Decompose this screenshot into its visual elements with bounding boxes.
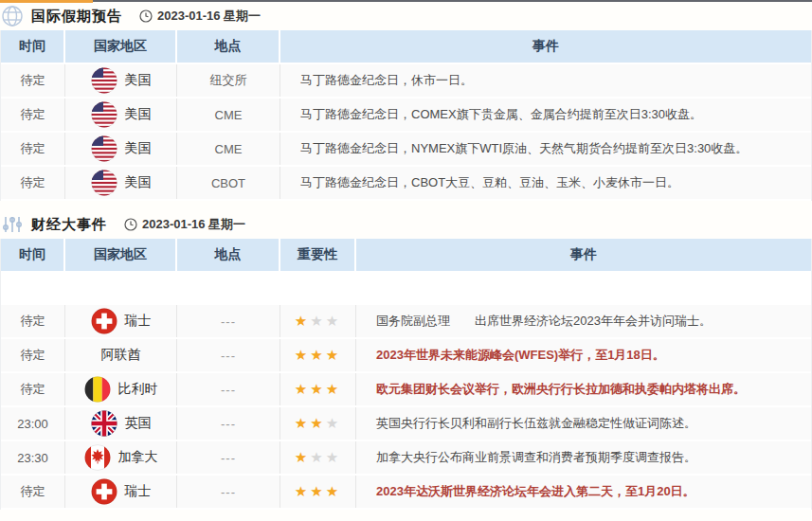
- column-header: 时间: [1, 30, 65, 63]
- location-cell: ---: [177, 305, 280, 337]
- location-cell: ---: [177, 441, 280, 474]
- placeholder-cell: [1, 273, 811, 303]
- section-title: 财经大事件: [31, 216, 107, 234]
- column-header: 国家地区: [65, 239, 177, 271]
- country-cell: 美国: [65, 64, 177, 97]
- country-cell: 美国: [65, 133, 177, 165]
- column-header: 地点: [177, 30, 280, 63]
- location-cell: CME: [177, 99, 280, 131]
- star-empty-icon: ★: [310, 313, 325, 329]
- event-row[interactable]: 23:00 英国---★★★英国央行行长贝利和副行长伍兹就金融稳定性做证词陈述。: [1, 407, 811, 441]
- event-cell: 国务院副总理 出席世界经济论坛2023年年会并访问瑞士。: [356, 305, 811, 337]
- country-name: 阿联酋: [101, 347, 141, 364]
- time-cell: 23:30: [1, 441, 65, 474]
- importance-stars: ★★★: [295, 382, 341, 398]
- country-cell: 美国: [65, 167, 177, 199]
- holiday-section-header: 国际假期预告 2023-01-16 星期一: [0, 2, 812, 30]
- holiday-row[interactable]: 待定美国CME马丁路德金纪念日，COMEX旗下贵金属、金属合约提前至次日3:30…: [1, 99, 811, 133]
- event-cell: 欧元集团财长会议举行，欧洲央行行长拉加德和执委帕内塔将出席。: [356, 373, 811, 405]
- star-filled-icon: ★: [326, 483, 341, 499]
- location-cell: ---: [177, 339, 280, 371]
- flag-be-icon: [84, 376, 111, 403]
- table-header-row: 时间国家地区地点重要性事件: [1, 239, 811, 273]
- country-name: 瑞士: [125, 483, 152, 500]
- importance-stars: ★★★: [295, 450, 341, 466]
- time-cell: 待定: [1, 476, 65, 508]
- location-cell: ---: [177, 373, 280, 405]
- star-filled-icon: ★: [295, 483, 310, 499]
- holiday-table: 时间国家地区地点事件待定美国纽交所马丁路德金纪念日，休市一日。待定美国CME马丁…: [0, 30, 812, 201]
- event-row[interactable]: 待定瑞士---★★★2023年达沃斯世界经济论坛年会进入第二天，至1月20日。: [1, 476, 811, 510]
- holiday-row[interactable]: 待定美国CBOT马丁路德金纪念日，CBOT大豆、豆粕、豆油、玉米、小麦休市一日。: [1, 167, 811, 201]
- event-row[interactable]: 待定阿联酋---★★★2023年世界未来能源峰会(WFES)举行，至1月18日。: [1, 339, 811, 373]
- country-cell: 阿联酋: [65, 339, 177, 371]
- column-header: 时间: [1, 239, 65, 271]
- star-filled-icon: ★: [326, 381, 341, 397]
- country-name: 美国: [125, 72, 152, 89]
- flag-us-icon: [91, 170, 117, 196]
- star-filled-icon: ★: [326, 347, 341, 363]
- section-date: 2023-01-16 星期一: [139, 8, 261, 25]
- clock-icon: [124, 218, 137, 231]
- star-filled-icon: ★: [295, 313, 310, 329]
- star-filled-icon: ★: [295, 449, 310, 465]
- country-name: 瑞士: [125, 313, 152, 330]
- country-cell: 瑞士: [65, 476, 177, 508]
- star-filled-icon: ★: [310, 347, 325, 363]
- country-name: 比利时: [118, 381, 158, 398]
- events-section-header: 财经大事件 2023-01-16 星期一: [0, 210, 812, 239]
- country-cell: 美国: [65, 99, 177, 131]
- globe-icon: [1, 5, 24, 27]
- time-cell: 23:00: [1, 407, 65, 440]
- event-row[interactable]: 待定瑞士---★★★国务院副总理 出席世界经济论坛2023年年会并访问瑞士。: [1, 305, 811, 339]
- star-empty-icon: ★: [326, 313, 341, 329]
- flag-ch-icon: [91, 478, 117, 505]
- time-cell: 待定: [1, 99, 65, 131]
- event-cell: 马丁路德金纪念日，COMEX旗下贵金属、金属合约提前至次日3:30收盘。: [280, 99, 811, 131]
- star-filled-icon: ★: [310, 483, 325, 499]
- star-empty-icon: ★: [326, 415, 341, 431]
- events-table: 时间国家地区地点重要性事件待定瑞士---★★★国务院副总理 出席世界经济论坛20…: [0, 239, 812, 510]
- importance-cell: ★★★: [280, 441, 356, 474]
- event-cell: 加拿大央行公布商业前景调查和消费者预期季度调查报告。: [356, 441, 811, 474]
- location-cell: CBOT: [177, 167, 280, 199]
- flag-us-icon: [91, 101, 117, 128]
- holiday-row[interactable]: 待定美国纽交所马丁路德金纪念日，休市一日。: [1, 64, 811, 99]
- table-header-row: 时间国家地区地点事件: [1, 30, 811, 64]
- importance-stars: ★★★: [295, 484, 341, 500]
- importance-cell: ★★★: [280, 407, 356, 440]
- section-date: 2023-01-16 星期一: [124, 216, 245, 233]
- star-empty-icon: ★: [326, 449, 341, 465]
- event-row[interactable]: 23:30 加拿大---★★★加拿大央行公布商业前景调查和消费者预期季度调查报告…: [1, 441, 811, 476]
- column-header: 事件: [280, 30, 811, 63]
- placeholder-row: [1, 273, 811, 305]
- importance-stars: ★★★: [295, 314, 341, 330]
- star-empty-icon: ★: [310, 449, 325, 465]
- time-cell: 待定: [1, 373, 65, 405]
- country-cell: 比利时: [65, 373, 177, 405]
- importance-cell: ★★★: [280, 339, 356, 371]
- importance-stars: ★★★: [295, 348, 341, 364]
- holiday-row[interactable]: 待定美国CME马丁路德金纪念日，NYMEX旗下WTI原油、天然气期货合约提前至次…: [1, 133, 811, 167]
- country-cell: 瑞士: [65, 305, 177, 337]
- active-tab-indicator: [0, 0, 93, 3]
- time-cell: 待定: [1, 167, 65, 199]
- event-cell: 马丁路德金纪念日，CBOT大豆、豆粕、豆油、玉米、小麦休市一日。: [280, 167, 811, 199]
- time-cell: 待定: [1, 339, 65, 371]
- event-cell: 马丁路德金纪念日，休市一日。: [280, 64, 811, 97]
- event-cell: 英国央行行长贝利和副行长伍兹就金融稳定性做证词陈述。: [356, 407, 811, 440]
- time-cell: 待定: [1, 305, 65, 337]
- sliders-icon: [1, 213, 24, 236]
- star-filled-icon: ★: [295, 415, 310, 431]
- clock-icon: [139, 9, 153, 23]
- star-filled-icon: ★: [310, 381, 325, 397]
- country-name: 美国: [125, 140, 152, 157]
- location-cell: ---: [177, 476, 280, 508]
- column-header: 事件: [356, 239, 811, 271]
- event-row[interactable]: 待定比利时---★★★欧元集团财长会议举行，欧洲央行行长拉加德和执委帕内塔将出席…: [1, 373, 811, 407]
- location-cell: CME: [177, 133, 280, 165]
- country-cell: 英国: [65, 407, 177, 440]
- flag-gb-icon: [91, 410, 117, 437]
- section-title: 国际假期预告: [31, 8, 122, 26]
- time-cell: 待定: [1, 64, 65, 97]
